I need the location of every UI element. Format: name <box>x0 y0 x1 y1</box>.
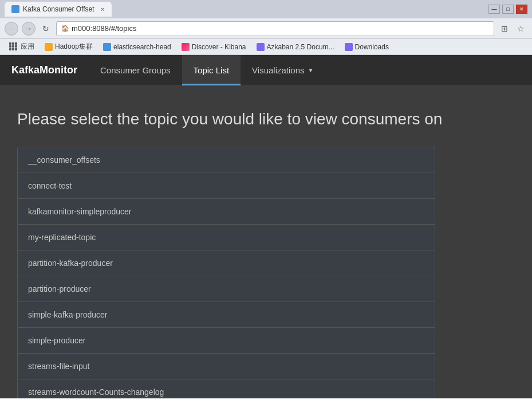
nav-consumer-groups[interactable]: Consumer Groups <box>89 55 182 85</box>
tab-title: Kafka Consumer Offset <box>23 5 94 13</box>
nav-right-controls: ⊞ ☆ <box>498 22 527 36</box>
bookmark-kibana[interactable]: Discover - Kibana <box>177 41 251 53</box>
bookmark-apps-label: 应用 <box>21 42 34 52</box>
apps-grid-icon <box>9 42 18 52</box>
topic-item[interactable]: streams-file-input <box>17 353 435 379</box>
browser-chrome: Kafka Consumer Offset ✕ — □ ✕ ← → ↻ 🏠 m0… <box>0 0 532 55</box>
window-controls: — □ ✕ <box>488 5 527 14</box>
nav-topic-list[interactable]: Topic List <box>182 55 241 85</box>
nav-bar: ← → ↻ 🏠 m000:8088/#/topics ⊞ ☆ <box>0 18 532 39</box>
back-button[interactable]: ← <box>5 22 18 36</box>
bookmark-azkaban-favicon <box>257 43 265 51</box>
topic-item[interactable]: partition-producer <box>17 276 435 301</box>
bookmark-downloads[interactable]: Downloads <box>340 41 393 53</box>
bookmark-azkaban[interactable]: Azkaban 2.5 Docum... <box>252 41 339 53</box>
bookmark-star-button[interactable]: ☆ <box>514 22 527 36</box>
bookmark-hadoop-label: Hadoop集群 <box>55 42 93 52</box>
nav-visualizations[interactable]: Visualizations ▼ <box>241 55 325 85</box>
app-container: KafkaMonitor Consumer Groups Topic List … <box>0 55 532 398</box>
topic-item[interactable]: partition-kafka-producer <box>17 250 435 276</box>
browser-tab[interactable]: Kafka Consumer Offset ✕ <box>5 2 112 17</box>
forward-button[interactable]: → <box>22 22 36 36</box>
bookmarks-bar: 应用 Hadoop集群 elasticsearch-head Discover … <box>0 39 532 55</box>
address-text: m000:8088/#/topics <box>72 24 136 33</box>
bookmark-hadoop-favicon <box>45 43 53 51</box>
bookmark-elastic-label: elasticsearch-head <box>113 43 171 51</box>
topic-item[interactable]: simple-producer <box>17 327 435 353</box>
bookmark-elastic-favicon <box>103 43 111 51</box>
title-bar-left: Kafka Consumer Offset ✕ <box>5 2 112 17</box>
topic-item[interactable]: simple-kafka-producer <box>17 301 435 327</box>
extensions-button[interactable]: ⊞ <box>498 22 511 36</box>
tab-close-icon[interactable]: ✕ <box>100 6 105 13</box>
bookmark-elastic[interactable]: elasticsearch-head <box>98 41 176 53</box>
bookmark-downloads-label: Downloads <box>355 43 389 51</box>
bookmark-azkaban-label: Azkaban 2.5 Docum... <box>267 43 334 51</box>
app-nav: KafkaMonitor Consumer Groups Topic List … <box>0 55 532 86</box>
close-button[interactable]: ✕ <box>516 5 527 14</box>
bookmark-apps[interactable]: 应用 <box>5 41 39 53</box>
address-bar[interactable]: 🏠 m000:8088/#/topics <box>56 21 494 36</box>
maximize-button[interactable]: □ <box>502 5 514 14</box>
topic-item[interactable]: connect-test <box>17 173 435 198</box>
topic-item[interactable]: streams-wordcount-Counts-changelog <box>17 379 435 398</box>
topic-list: __consumer_offsets connect-test kafkamon… <box>17 147 435 398</box>
bookmark-kibana-label: Discover - Kibana <box>192 43 246 51</box>
topic-item[interactable]: kafkamonitor-simpleproducer <box>17 198 435 224</box>
minimize-button[interactable]: — <box>488 5 500 14</box>
app-brand: KafkaMonitor <box>0 55 89 85</box>
visualizations-dropdown: Visualizations ▼ <box>252 65 313 75</box>
page-title: Please select the topic you would like t… <box>17 109 452 130</box>
bookmark-kibana-favicon <box>182 43 190 51</box>
bookmark-downloads-favicon <box>345 43 353 51</box>
topic-item[interactable]: my-replicated-topic <box>17 224 435 250</box>
title-bar: Kafka Consumer Offset ✕ — □ ✕ <box>0 0 532 18</box>
topic-item[interactable]: __consumer_offsets <box>17 147 435 173</box>
main-content: Please select the topic you would like t… <box>0 86 532 398</box>
tab-favicon <box>11 5 19 13</box>
bookmark-hadoop[interactable]: Hadoop集群 <box>40 41 97 53</box>
dropdown-arrow-icon: ▼ <box>308 67 314 73</box>
address-lock-icon: 🏠 <box>61 25 69 32</box>
refresh-button[interactable]: ↻ <box>39 22 53 36</box>
